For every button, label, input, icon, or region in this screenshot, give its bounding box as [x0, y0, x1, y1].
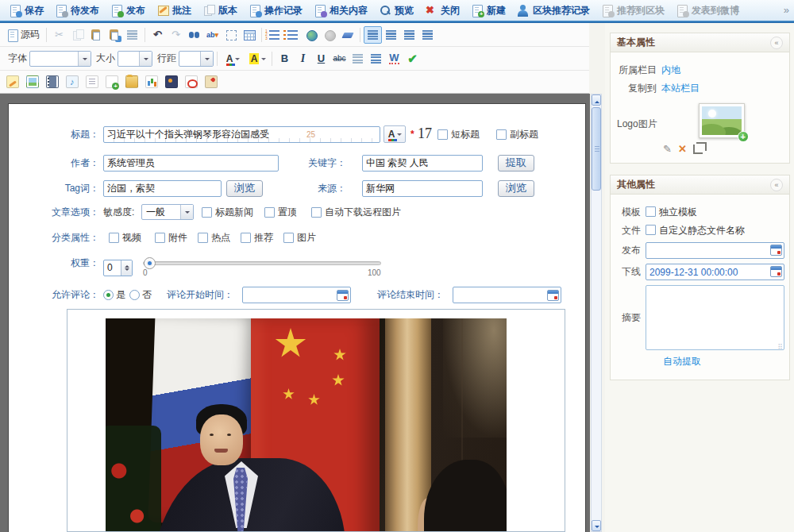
title-color-button[interactable]: A [384, 125, 406, 143]
basic-properties-header[interactable]: 基本属性 « [611, 33, 789, 52]
align-center-button[interactable] [382, 26, 400, 44]
headline-news-checkbox[interactable]: 标题新闻 [202, 203, 253, 221]
hot-checkbox[interactable]: 热点 [198, 229, 230, 246]
auto-download-images-checkbox[interactable]: 自动下载远程图片 [311, 203, 401, 221]
custom-static-filename-checkbox[interactable]: 自定义静态文件名称 [646, 224, 745, 237]
indent-button[interactable] [367, 50, 385, 67]
unlink-globe-icon[interactable] [320, 26, 338, 44]
gallery-icon[interactable] [165, 75, 178, 88]
checkbox-box[interactable] [155, 233, 165, 243]
toolbar-button-save[interactable]: 保存 [3, 1, 49, 20]
recommend-checkbox[interactable]: 推荐 [241, 229, 273, 246]
comments-yes-radio[interactable]: 是 [103, 286, 125, 303]
align-left-button[interactable] [364, 26, 382, 44]
paste-word-icon[interactable] [105, 26, 123, 44]
align-right-button[interactable] [400, 26, 418, 44]
checkbox-box[interactable] [646, 206, 656, 217]
document-icon[interactable] [86, 75, 98, 88]
radio-button[interactable] [129, 290, 140, 300]
toolbar-button-operation-log[interactable]: 操作记录 [243, 1, 308, 20]
insert-mark-icon[interactable] [123, 26, 141, 44]
copy-icon[interactable] [68, 26, 87, 44]
source-code-button[interactable]: 源码 [3, 26, 43, 44]
auto-extract-link[interactable]: 自动提取 [663, 355, 784, 368]
source-input[interactable]: 新华网 [362, 180, 483, 197]
font-family-select[interactable] [29, 51, 91, 67]
checkbox-box[interactable] [202, 207, 212, 218]
paste-icon[interactable] [87, 26, 105, 44]
font-size-select[interactable] [118, 51, 152, 67]
scrollbar-thumb[interactable] [592, 107, 601, 191]
logo-image-placeholder[interactable]: + [699, 103, 745, 138]
calendar-icon[interactable] [770, 266, 782, 277]
extract-button[interactable]: 提取 [498, 155, 534, 172]
vertical-scrollbar[interactable] [591, 94, 602, 532]
keywords-input[interactable]: 中国 索契 人民 [362, 155, 483, 172]
video-checkbox[interactable]: 视频 [109, 229, 141, 246]
comment-start-input[interactable] [242, 287, 351, 303]
toolbar-button-annotate[interactable]: 批注 [151, 1, 197, 20]
checkbox-box[interactable] [646, 225, 656, 235]
line-height-select[interactable] [179, 51, 214, 67]
weight-slider-handle[interactable] [144, 257, 156, 269]
weight-input[interactable]: 0 [103, 260, 133, 276]
scroll-down-arrow[interactable] [592, 520, 601, 531]
weight-slider-track[interactable] [143, 261, 381, 265]
spellcheck-ok-button[interactable]: ✔ [403, 50, 422, 67]
radio-button[interactable] [103, 290, 114, 300]
delete-x-icon[interactable]: ✕ [678, 143, 687, 155]
font-color-button[interactable]: A [221, 50, 245, 67]
source-browse-button[interactable]: 浏览 [498, 180, 534, 197]
checkbox-box[interactable] [198, 233, 208, 243]
italic-button[interactable]: I [294, 50, 312, 67]
toolbar-button-publish[interactable]: 发布 [105, 1, 151, 20]
checkbox-box[interactable] [311, 207, 322, 218]
pin-top-checkbox[interactable]: 置顶 [264, 203, 297, 221]
unordered-list-icon[interactable] [283, 26, 302, 44]
toolbar-button-related-content[interactable]: 相关内容 [308, 1, 373, 20]
offline-time-input[interactable]: 2099-12-31 00:00:00 [646, 264, 784, 280]
copy-to-link[interactable]: 本站栏目 [661, 82, 700, 95]
toolbar-button-block-recommend-log[interactable]: 区块推荐记录 [511, 1, 596, 20]
checkbox-box[interactable] [283, 233, 294, 243]
picture-checkbox[interactable]: 图片 [283, 229, 316, 246]
summary-textarea[interactable] [646, 285, 784, 350]
other-properties-header[interactable]: 其他属性 « [611, 175, 789, 195]
toolbar-overflow-chevron[interactable]: » [784, 4, 789, 16]
replace-icon[interactable]: ab▾ [203, 26, 222, 44]
toolbar-button-new[interactable]: +新建 [465, 1, 511, 20]
collapse-chevron-icon[interactable]: « [770, 179, 783, 191]
align-justify-button[interactable] [418, 26, 437, 44]
calendar-icon[interactable] [337, 290, 349, 301]
publish-time-input[interactable] [646, 242, 784, 259]
calendar-icon[interactable] [770, 245, 782, 256]
edit-pencil-icon[interactable]: ✎ [663, 143, 672, 155]
map-icon[interactable] [205, 75, 218, 88]
undo-icon[interactable]: ↶ [148, 26, 167, 44]
comments-no-radio[interactable]: 否 [129, 286, 152, 303]
highlight-color-button[interactable]: A [245, 50, 268, 67]
weibo-icon[interactable] [185, 75, 198, 88]
checkbox-box[interactable] [496, 129, 507, 140]
author-input[interactable]: 系统管理员 [103, 155, 279, 172]
independent-template-checkbox[interactable]: 独立模板 [646, 206, 697, 219]
outdent-button[interactable] [349, 50, 367, 67]
comment-end-input[interactable] [453, 287, 561, 303]
article-body-editor[interactable] [67, 309, 565, 532]
folder-icon[interactable] [125, 75, 138, 88]
redo-icon[interactable]: ↷ [167, 26, 185, 44]
strikethrough-button[interactable]: abc [330, 50, 349, 67]
ordered-list-icon[interactable] [265, 26, 283, 44]
checkbox-box[interactable] [241, 233, 251, 243]
column-link[interactable]: 内地 [661, 64, 680, 77]
short-title-checkbox[interactable]: 短标题 [437, 125, 480, 143]
stepper-arrows-icon[interactable] [121, 260, 132, 276]
underline-button[interactable]: U [312, 50, 330, 67]
document-add-icon[interactable] [106, 75, 118, 88]
toolbar-button-close[interactable]: 关闭 [419, 1, 465, 20]
calendar-icon[interactable] [547, 290, 559, 301]
attachment-checkbox[interactable]: 附件 [155, 229, 187, 246]
audio-icon[interactable] [66, 75, 79, 88]
tags-input[interactable]: 治国，索契 [103, 180, 222, 197]
image-icon[interactable] [26, 75, 39, 88]
